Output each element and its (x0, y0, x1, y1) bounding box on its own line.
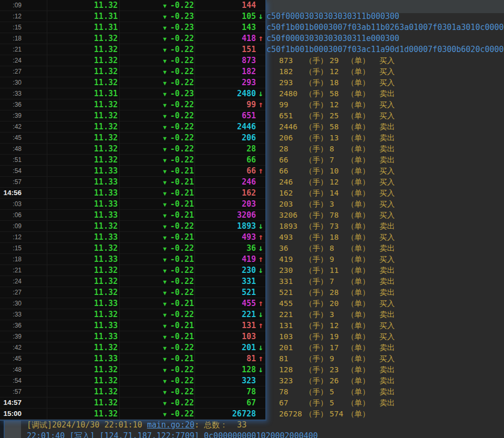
line-direction: 卖出 (379, 243, 421, 254)
trade-change: ▼-0.22 (120, 364, 195, 375)
tick-row[interactable]: :3011.33▼-0.21455↑ (0, 298, 265, 309)
tick-row[interactable]: :2411.32▼-0.22331 (0, 276, 265, 287)
down-arrow-icon: ↓ (256, 265, 265, 276)
tick-row[interactable]: :4811.32▼-0.22128↓ (0, 364, 265, 375)
tick-row[interactable]: :2111.32▼-0.22151 (0, 44, 265, 55)
trade-volume: 293 (195, 77, 256, 88)
line-volume: 455 (279, 298, 305, 309)
line-direction: 买入 (379, 177, 421, 188)
line-orders: 7 (330, 276, 347, 287)
line-volume: 651 (279, 110, 305, 121)
tick-trade-panel: :0911.32▼-0.22144:1211.31▼-0.23105↓:1511… (0, 0, 266, 421)
trade-time: 14:56 (0, 188, 47, 198)
tick-row[interactable]: :5711.32▼-0.2278 (0, 386, 265, 398)
trade-price: 11.32 (47, 243, 120, 253)
tick-row[interactable]: :4211.32▼-0.22201↓ (0, 342, 265, 353)
tick-row[interactable]: :3911.33▼-0.21103 (0, 331, 265, 342)
line-volume-unit: （手） (305, 144, 330, 155)
console-trade-line: 182（手）12（单）买入 (279, 66, 421, 77)
tick-row[interactable]: :1811.33▼-0.21419↑ (0, 254, 265, 265)
tick-row[interactable]: :2711.32▼-0.22521 (0, 287, 265, 298)
down-triangle-icon: ▼ (163, 168, 167, 175)
tick-row[interactable]: :5411.33▼-0.2166↑ (0, 166, 265, 177)
tick-row[interactable]: :0311.33▼-0.21203 (0, 199, 265, 210)
trade-change: ▼-0.22 (120, 243, 195, 253)
line-orders: 73 (330, 221, 347, 232)
line-volume: 66 (279, 166, 305, 177)
line-orders: 10 (330, 166, 347, 177)
line-volume: 323 (279, 375, 305, 386)
line-volume: 1893 (279, 221, 305, 232)
tick-row[interactable]: :5111.32▼-0.2266 (0, 155, 265, 166)
tick-row[interactable]: :0611.33▼-0.213206 (0, 210, 265, 221)
scrollbar-thumb[interactable] (5, 420, 21, 438)
line-orders: 28 (330, 287, 347, 298)
tick-row[interactable]: :1511.31▼-0.23143 (0, 22, 265, 33)
trade-time: :24 (0, 276, 47, 287)
line-volume-unit: （手） (305, 265, 330, 276)
tick-row[interactable]: :3311.31▼-0.232480↓ (0, 88, 265, 99)
down-triangle-icon: ▼ (163, 102, 167, 109)
trade-price: 11.32 (47, 133, 120, 143)
down-triangle-icon: ▼ (163, 223, 167, 230)
tick-row[interactable]: :1511.32▼-0.2236↓ (0, 243, 265, 254)
tick-row[interactable]: :4511.33▼-0.2181↑ (0, 353, 265, 364)
trade-time: :15 (0, 243, 47, 253)
source-file-link[interactable]: main.go:20 (147, 420, 194, 430)
trade-price: 11.31 (47, 11, 120, 22)
line-orders: 58 (330, 88, 347, 99)
tick-row[interactable]: :1211.33▼-0.21493↑ (0, 232, 265, 243)
trade-time: :42 (0, 121, 47, 132)
console-hex-line: 0c50f00003030303030311b000300 (262, 11, 504, 22)
tick-row[interactable]: :3911.32▼-0.22651 (0, 110, 265, 121)
tick-row[interactable]: :4511.32▼-0.22206 (0, 133, 265, 144)
line-order-unit: （单） (347, 77, 379, 88)
down-triangle-icon: ▼ (163, 378, 167, 385)
console-trade-line: 26728（手）574（单） (279, 409, 421, 420)
tick-row[interactable]: :1211.31▼-0.23105↓ (0, 11, 265, 22)
tick-row[interactable]: :2411.32▼-0.22873 (0, 55, 265, 66)
line-volume: 128 (279, 364, 305, 375)
line-volume: 78 (279, 386, 305, 398)
tick-row[interactable]: :3611.33▼-0.21131↑ (0, 320, 265, 331)
tick-row[interactable]: 14:5711.32▼-0.2267 (0, 398, 265, 409)
line-volume-unit: （手） (305, 133, 330, 144)
tick-row[interactable]: :2111.32▼-0.22230↓ (0, 265, 265, 276)
tick-row[interactable]: :3011.32▼-0.22293 (0, 77, 265, 88)
tick-row[interactable]: :1811.32▼-0.22418↑ (0, 33, 265, 44)
tick-row[interactable]: :2711.32▼-0.22182 (0, 66, 265, 77)
trade-price: 11.32 (47, 0, 120, 11)
up-arrow-icon: ↑ (256, 166, 265, 176)
trade-price: 11.33 (47, 210, 120, 220)
line-volume-unit: （手） (305, 121, 330, 133)
down-triangle-icon: ▼ (163, 124, 167, 131)
line-orders: 12 (330, 66, 347, 77)
tick-row[interactable]: :5411.32▼-0.22323 (0, 375, 265, 386)
line-volume-unit: （手） (305, 287, 330, 298)
tick-row[interactable]: :5711.33▼-0.21246 (0, 177, 265, 188)
trade-volume: 230 (195, 265, 256, 276)
tick-row[interactable]: :3311.32▼-0.22221↓ (0, 309, 265, 320)
tick-row[interactable]: :4211.32▼-0.222446 (0, 121, 265, 133)
tick-row[interactable]: :4811.32▼-0.2228 (0, 144, 265, 155)
console-trade-line: 103（手）19（单）买入 (279, 331, 421, 342)
line-volume-unit: （手） (305, 254, 330, 265)
trade-volume: 419 (195, 254, 256, 264)
tick-row[interactable]: 14:5611.33▼-0.21162 (0, 188, 265, 199)
trade-change: ▼-0.22 (120, 121, 195, 132)
trade-price: 11.33 (47, 166, 120, 176)
tick-row[interactable]: :0911.32▼-0.22144 (0, 0, 265, 11)
line-volume: 246 (279, 177, 305, 188)
trade-volume: 103 (195, 331, 256, 342)
trade-volume: 66 (195, 166, 256, 176)
down-arrow-icon: ↓ (256, 243, 265, 253)
tick-row[interactable]: :0911.32▼-0.221893↓ (0, 221, 265, 232)
console-trade-line: 36（手）8（单）卖出 (279, 243, 421, 254)
tick-row[interactable]: :3611.32▼-0.2299↑ (0, 99, 265, 110)
trade-price: 11.33 (47, 254, 120, 264)
trade-price: 11.32 (47, 276, 120, 287)
trade-change: ▼-0.21 (120, 298, 195, 309)
down-triangle-icon: ▼ (163, 389, 167, 396)
line-order-unit: （单） (347, 254, 379, 265)
tick-row[interactable]: 15:0011.32▼-0.2226728 (0, 409, 265, 420)
